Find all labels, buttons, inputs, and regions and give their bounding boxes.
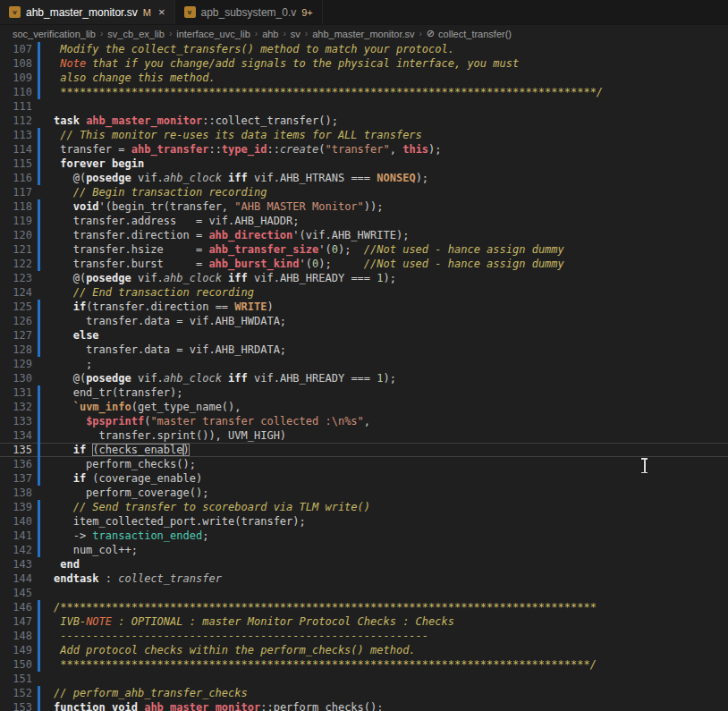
- code-text: end_tr(transfer);: [43, 385, 728, 400]
- code-line-127[interactable]: 127 else: [0, 328, 728, 343]
- code-line-133[interactable]: 133 $psprintf("master transfer collected…: [0, 414, 728, 428]
- code-line-109[interactable]: 109 also change this method.: [0, 71, 728, 85]
- code-text: if(transfer.direction == WRITE): [43, 300, 728, 314]
- code-line-115[interactable]: 115 forever begin: [0, 157, 728, 171]
- code-line-147[interactable]: 147 IVB-NOTE : OPTIONAL : master Monitor…: [0, 614, 728, 629]
- code-line-131[interactable]: 131 end_tr(transfer);: [0, 385, 728, 400]
- code-text: also change this method.: [43, 71, 728, 85]
- line-number: 129: [0, 357, 32, 371]
- line-number: 124: [0, 285, 32, 300]
- code-text: /***************************************…: [43, 600, 728, 614]
- code-text: if (coverage_enable): [43, 471, 728, 486]
- line-number: 117: [0, 185, 32, 199]
- breadcrumb-item[interactable]: sv_cb_ex_lib: [107, 29, 165, 39]
- code-text: $psprintf("master transfer collected :\n…: [43, 414, 728, 428]
- gutter-spacer: [32, 371, 43, 385]
- code-line-130[interactable]: 130 @(posedge vif.ahb_clock iff vif.AHB_…: [0, 371, 728, 385]
- code-line-138[interactable]: 138 perform_coverage();: [0, 486, 728, 500]
- tab-ahb_master_monitor.sv[interactable]: vahb_master_monitor.svM×: [0, 0, 175, 24]
- breadcrumb-item[interactable]: soc_verification_lib: [13, 29, 96, 39]
- code-text: ****************************************…: [43, 657, 728, 672]
- code-line-113[interactable]: 113 // This monitor re-uses its data ite…: [0, 128, 728, 142]
- chevron-right-icon: ›: [169, 29, 172, 38]
- code-text: @(posedge vif.ahb_clock iff vif.AHB_HREA…: [43, 371, 728, 385]
- code-line-145[interactable]: 145: [0, 586, 728, 600]
- line-number: 113: [0, 128, 32, 142]
- code-text: IVB-NOTE : OPTIONAL : master Monitor Pro…: [43, 614, 728, 629]
- code-line-137[interactable]: 137 if (coverage_enable): [0, 471, 728, 486]
- code-text: Modify the collect_transfers() method to…: [43, 42, 728, 56]
- line-number: 118: [0, 199, 32, 214]
- line-number: 108: [0, 56, 32, 71]
- breadcrumb-symbol[interactable]: ⊘collect_transfer(): [427, 28, 512, 39]
- code-editor[interactable]: 107 Modify the collect_transfers() metho…: [0, 42, 728, 711]
- code-line-134[interactable]: 134 transfer.sprint()), UVM_HIGH): [0, 428, 728, 443]
- code-line-119[interactable]: 119 transfer.address = vif.AHB_HADDR;: [0, 214, 728, 228]
- code-line-149[interactable]: 149 Add protocol checks within the perfo…: [0, 643, 728, 657]
- line-number: 126: [0, 314, 32, 328]
- code-line-141[interactable]: 141 -> transaction_ended;: [0, 529, 728, 543]
- code-text: transfer.direction = ahb_direction'(vif.…: [43, 228, 728, 242]
- code-line-116[interactable]: 116 @(posedge vif.ahb_clock iff vif.AHB_…: [0, 171, 728, 185]
- code-line-123[interactable]: 123 @(posedge vif.ahb_clock iff vif.AHB_…: [0, 271, 728, 285]
- code-line-114[interactable]: 114 transfer = ahb_transfer::type_id::cr…: [0, 142, 728, 157]
- line-number: 143: [0, 557, 32, 571]
- code-line-125[interactable]: 125 if(transfer.direction == WRITE): [0, 300, 728, 314]
- code-line-124[interactable]: 124 // End transaction recording: [0, 285, 728, 300]
- code-line-152[interactable]: 152// perform_ahb_transfer_checks: [0, 686, 728, 700]
- code-text: ----------------------------------------…: [43, 629, 728, 643]
- code-text: transfer.hsize = ahb_transfer_size'(0); …: [43, 242, 728, 257]
- code-line-151[interactable]: 151: [0, 672, 728, 686]
- line-number: 123: [0, 271, 32, 285]
- code-line-128[interactable]: 128 transfer.data = vif.AHB_HRDATA;: [0, 343, 728, 357]
- code-line-121[interactable]: 121 transfer.hsize = ahb_transfer_size'(…: [0, 242, 728, 257]
- code-line-126[interactable]: 126 transfer.data = vif.AHB_HWDATA;: [0, 314, 728, 328]
- code-line-112[interactable]: 112task ahb_master_monitor::collect_tran…: [0, 114, 728, 128]
- code-line-117[interactable]: 117 // Begin transaction recording: [0, 185, 728, 199]
- code-line-120[interactable]: 120 transfer.direction = ahb_direction'(…: [0, 228, 728, 242]
- tab-apb_subsystem_0.v[interactable]: vapb_subsystem_0.v9+: [175, 0, 323, 24]
- breadcrumb-item[interactable]: interface_uvc_lib: [176, 29, 250, 39]
- gutter-spacer: [32, 271, 43, 285]
- breadcrumb-item[interactable]: ahb: [262, 29, 278, 39]
- git-modified-indicator: [32, 500, 43, 514]
- code-line-132[interactable]: 132 `uvm_info(get_type_name(),: [0, 400, 728, 414]
- code-line-136[interactable]: 136 perform_checks();: [0, 457, 728, 471]
- gutter-spacer: [32, 486, 43, 500]
- code-line-146[interactable]: 146/************************************…: [0, 600, 728, 614]
- breadcrumb-item[interactable]: sv: [291, 29, 301, 39]
- code-line-150[interactable]: 150 ************************************…: [0, 657, 728, 672]
- line-number: 121: [0, 242, 32, 257]
- code-line-110[interactable]: 110 ************************************…: [0, 85, 728, 99]
- code-line-135[interactable]: 135 if (checks_enable): [0, 443, 728, 457]
- code-text: forever begin: [43, 157, 728, 171]
- close-icon[interactable]: ×: [158, 5, 165, 19]
- code-line-129[interactable]: 129 ;: [0, 357, 728, 371]
- code-line-139[interactable]: 139 // Send transfer to scoreboard via T…: [0, 500, 728, 514]
- git-modified-indicator: [32, 171, 43, 185]
- line-number: 152: [0, 686, 32, 700]
- line-number: 140: [0, 514, 32, 529]
- git-modified-indicator: [32, 242, 43, 257]
- code-line-140[interactable]: 140 item_collected_port.write(transfer);: [0, 514, 728, 529]
- line-number: 131: [0, 385, 32, 400]
- line-number: 148: [0, 629, 32, 643]
- code-line-153[interactable]: 153function void ahb_master_monitor::per…: [0, 700, 728, 711]
- tab-label: apb_subsystem_0.v: [201, 6, 297, 19]
- code-line-108[interactable]: 108 Note that if you change/add signals …: [0, 56, 728, 71]
- code-line-148[interactable]: 148 ------------------------------------…: [0, 629, 728, 643]
- code-line-118[interactable]: 118 void'(begin_tr(transfer, "AHB MASTER…: [0, 199, 728, 214]
- code-text: @(posedge vif.ahb_clock iff vif.AHB_HTRA…: [43, 171, 728, 185]
- breadcrumb-item[interactable]: ahb_master_monitor.sv: [312, 29, 414, 39]
- code-line-111[interactable]: 111: [0, 99, 728, 114]
- code-line-144[interactable]: 144endtask : collect_transfer: [0, 571, 728, 586]
- code-line-122[interactable]: 122 transfer.burst = ahb_burst_kind'(0);…: [0, 257, 728, 271]
- git-modified-indicator: [32, 543, 43, 557]
- code-text: transfer.address = vif.AHB_HADDR;: [43, 214, 728, 228]
- line-number: 116: [0, 171, 32, 185]
- code-line-143[interactable]: 143 end: [0, 557, 728, 571]
- code-line-142[interactable]: 142 num_col++;: [0, 543, 728, 557]
- git-modified-indicator: [32, 700, 43, 711]
- code-line-107[interactable]: 107 Modify the collect_transfers() metho…: [0, 42, 728, 56]
- git-modified-indicator: [32, 199, 43, 214]
